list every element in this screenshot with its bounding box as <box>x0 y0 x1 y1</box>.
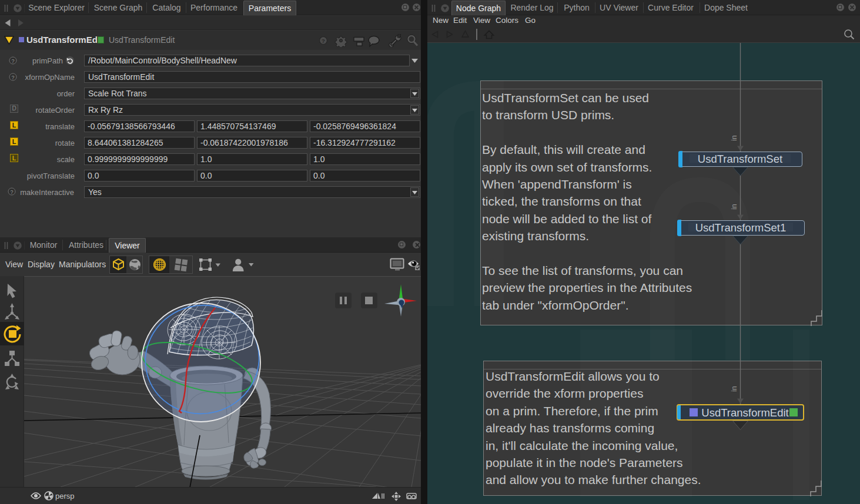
svg-text:?: ? <box>322 38 325 44</box>
